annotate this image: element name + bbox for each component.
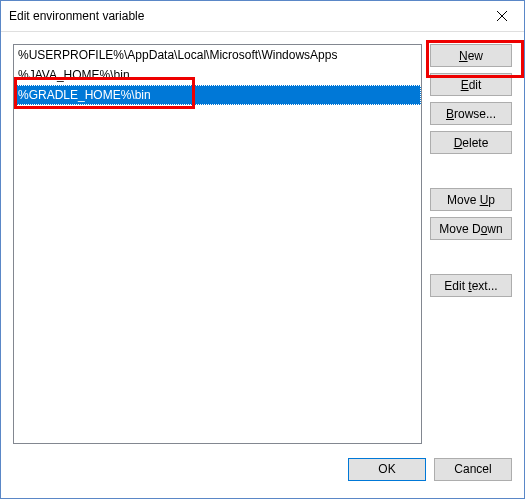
move-up-button[interactable]: Move Up <box>430 188 512 211</box>
spacer <box>430 160 512 182</box>
delete-button[interactable]: Delete <box>430 131 512 154</box>
new-button-rest: ew <box>468 49 483 63</box>
dialog-footer: OK Cancel <box>1 452 524 498</box>
move-up-suffix: p <box>488 193 495 207</box>
ok-button[interactable]: OK <box>348 458 426 481</box>
new-button[interactable]: New <box>430 44 512 67</box>
side-button-column: New Edit Browse... Delete Move Up Move D… <box>430 44 512 452</box>
titlebar: Edit environment variable <box>1 1 524 32</box>
browse-button[interactable]: Browse... <box>430 102 512 125</box>
mnemonic: E <box>461 78 469 92</box>
close-button[interactable] <box>479 1 524 31</box>
cancel-button[interactable]: Cancel <box>434 458 512 481</box>
dialog-content: %USERPROFILE%\AppData\Local\Microsoft\Wi… <box>1 32 524 452</box>
edit-text-suffix: ext... <box>472 279 498 293</box>
move-down-button[interactable]: Move Down <box>430 217 512 240</box>
list-item[interactable]: %USERPROFILE%\AppData\Local\Microsoft\Wi… <box>14 45 421 65</box>
mnemonic: B <box>446 107 454 121</box>
browse-button-rest: rowse... <box>454 107 496 121</box>
list-item[interactable]: %JAVA_HOME%\bin <box>14 65 421 85</box>
delete-button-rest: elete <box>462 136 488 150</box>
move-down-suffix: wn <box>487 222 502 236</box>
spacer <box>430 246 512 268</box>
move-down-prefix: Move D <box>439 222 480 236</box>
mnemonic: D <box>454 136 463 150</box>
close-icon <box>497 11 507 21</box>
edit-text-button[interactable]: Edit text... <box>430 274 512 297</box>
mnemonic: N <box>459 49 468 63</box>
window-title: Edit environment variable <box>9 9 144 23</box>
edit-text-prefix: Edit <box>444 279 468 293</box>
move-up-prefix: Move <box>447 193 480 207</box>
edit-button-rest: dit <box>469 78 482 92</box>
edit-button[interactable]: Edit <box>430 73 512 96</box>
list-item[interactable]: %GRADLE_HOME%\bin <box>14 85 421 105</box>
edit-env-var-dialog: Edit environment variable %USERPROFILE%\… <box>0 0 525 499</box>
path-listbox[interactable]: %USERPROFILE%\AppData\Local\Microsoft\Wi… <box>13 44 422 444</box>
